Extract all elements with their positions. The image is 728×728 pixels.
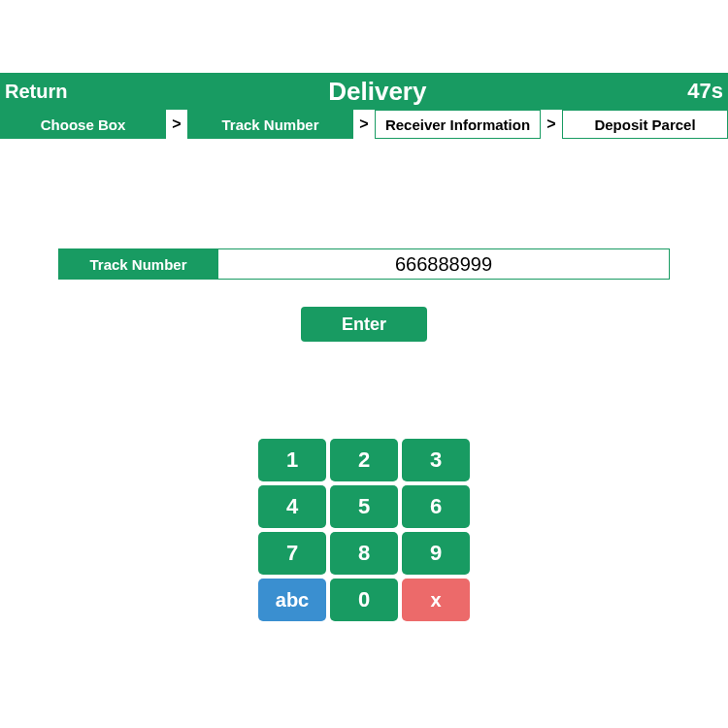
key-3[interactable]: 3	[402, 439, 470, 481]
crumb-choose-box[interactable]: Choose Box	[0, 110, 166, 139]
key-8[interactable]: 8	[330, 532, 398, 575]
key-4[interactable]: 4	[258, 485, 326, 528]
crumb-sep: >	[353, 110, 375, 139]
countdown-timer: 47s	[687, 79, 723, 104]
breadcrumb: Choose Box > Track Number > Receiver Inf…	[0, 110, 728, 139]
track-number-input[interactable]	[218, 248, 670, 280]
enter-row: Enter	[0, 307, 728, 342]
enter-button[interactable]: Enter	[301, 307, 427, 342]
crumb-track-number[interactable]: Track Number	[187, 110, 353, 139]
key-0[interactable]: 0	[330, 579, 398, 621]
key-1[interactable]: 1	[258, 439, 326, 481]
crumb-deposit-parcel[interactable]: Deposit Parcel	[562, 110, 728, 139]
header-bar: Return Delivery 47s	[0, 73, 728, 110]
key-2[interactable]: 2	[330, 439, 398, 481]
key-7[interactable]: 7	[258, 532, 326, 575]
crumb-receiver-info[interactable]: Receiver Information	[375, 110, 541, 139]
key-9[interactable]: 9	[402, 532, 470, 575]
track-number-label: Track Number	[58, 248, 218, 280]
key-delete[interactable]: x	[402, 579, 470, 621]
return-button[interactable]: Return	[5, 81, 67, 103]
key-6[interactable]: 6	[402, 485, 470, 528]
key-5[interactable]: 5	[330, 485, 398, 528]
page-title: Delivery	[328, 77, 426, 107]
key-alpha[interactable]: abc	[258, 579, 326, 621]
crumb-sep: >	[541, 110, 562, 139]
track-number-row: Track Number	[0, 248, 728, 280]
crumb-sep: >	[166, 110, 187, 139]
spacer	[0, 0, 728, 73]
numeric-keypad: 1 2 3 4 5 6 7 8 9 abc 0 x	[0, 439, 728, 621]
keypad-grid: 1 2 3 4 5 6 7 8 9 abc 0 x	[258, 439, 470, 621]
